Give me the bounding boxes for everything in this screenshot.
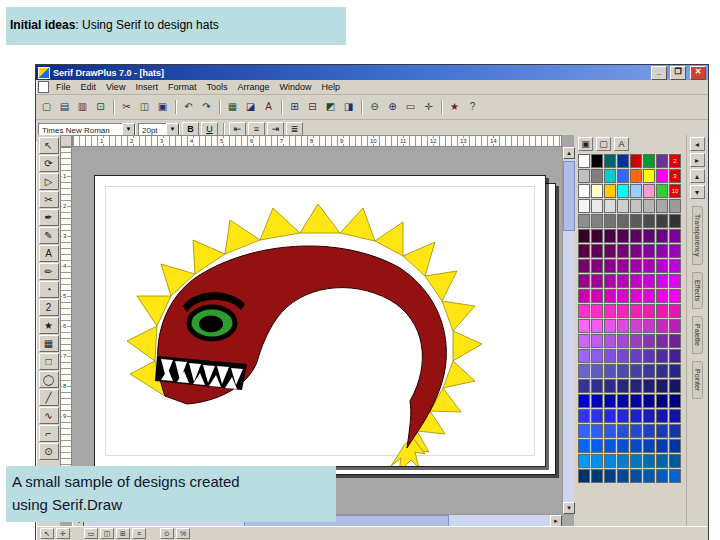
menu-format[interactable]: Format [163,81,202,93]
print-icon[interactable]: ⊡ [92,99,109,115]
color-swatch[interactable] [630,259,642,273]
scroll-down-button[interactable]: ▼ [563,502,575,514]
color-swatch[interactable] [591,454,603,468]
document-page[interactable] [94,175,546,467]
pan-icon[interactable]: ✛ [420,99,437,115]
window-titlebar[interactable]: Serif DrawPlus 7.0 - [hats] _ ❐ ✕ [36,65,708,80]
color-swatch[interactable] [630,439,642,453]
color-swatch[interactable] [656,214,668,228]
color-swatch[interactable] [604,409,616,423]
color-swatch[interactable] [656,469,668,483]
minimize-button[interactable]: _ [651,66,667,80]
color-swatch[interactable] [656,364,668,378]
status-snap-icon[interactable]: ≡ [132,528,146,539]
color-swatch[interactable] [630,199,642,213]
color-swatch[interactable] [617,364,629,378]
color-swatch[interactable] [617,319,629,333]
quickshape-tool[interactable]: 2 [39,299,59,316]
color-swatch[interactable] [591,409,603,423]
color-swatch[interactable] [643,319,655,333]
color-swatch[interactable] [669,244,681,258]
color-swatch[interactable] [578,334,590,348]
color-swatch[interactable] [669,199,681,213]
color-swatch[interactable] [604,439,616,453]
wizard-icon[interactable]: ★ [446,99,463,115]
color-swatch[interactable] [669,394,681,408]
color-swatch[interactable] [617,334,629,348]
color-swatch[interactable] [656,229,668,243]
color-swatch[interactable] [617,304,629,318]
color-swatch[interactable] [591,259,603,273]
color-swatch[interactable] [617,244,629,258]
color-swatch[interactable] [591,244,603,258]
color-swatch[interactable] [578,274,590,288]
color-swatch[interactable] [630,409,642,423]
paste-icon[interactable]: ▣ [154,99,171,115]
color-swatch[interactable] [656,394,668,408]
insert-text-icon[interactable]: A [260,99,277,115]
color-swatch[interactable] [656,304,668,318]
color-swatch[interactable] [669,214,681,228]
color-swatch[interactable] [643,274,655,288]
scroll-up-button[interactable]: ▲ [563,147,575,159]
color-swatch[interactable] [669,379,681,393]
color-swatch[interactable] [604,229,616,243]
vertical-scroll-thumb[interactable] [563,161,575,231]
fill-mode-icon[interactable]: ▣ [578,137,593,151]
color-swatch[interactable] [591,154,603,168]
color-swatch[interactable] [578,439,590,453]
color-swatch[interactable] [604,304,616,318]
color-swatch[interactable] [630,304,642,318]
star-tool[interactable]: ★ [39,317,59,334]
color-swatch[interactable] [643,334,655,348]
color-swatch[interactable] [656,244,668,258]
rect-tool[interactable]: □ [39,353,59,370]
color-swatch[interactable] [578,469,590,483]
color-swatch[interactable] [578,454,590,468]
color-swatch[interactable] [669,259,681,273]
knife-tool[interactable]: ✂ [39,191,59,208]
color-swatch[interactable] [630,349,642,363]
status-percent-icon[interactable]: % [176,528,190,539]
color-swatch[interactable] [656,319,668,333]
studio-tab-palette[interactable]: Palette [692,316,703,354]
color-swatch[interactable] [669,334,681,348]
color-swatch[interactable] [643,199,655,213]
color-swatch[interactable] [669,439,681,453]
color-swatch[interactable] [630,244,642,258]
color-swatch[interactable] [591,439,603,453]
color-swatch[interactable] [630,274,642,288]
color-swatch[interactable] [656,289,668,303]
color-swatch[interactable] [604,274,616,288]
color-swatch[interactable] [591,304,603,318]
color-swatch[interactable]: 2 [669,154,681,168]
color-swatch[interactable] [656,259,668,273]
color-swatch[interactable] [656,379,668,393]
color-swatch[interactable] [656,154,668,168]
vertical-ruler[interactable]: 123456789 [60,147,72,514]
color-swatch[interactable] [604,214,616,228]
horizontal-ruler[interactable]: 1234567891011121314 [72,135,562,147]
color-swatch[interactable] [591,394,603,408]
color-swatch[interactable] [630,319,642,333]
color-swatch[interactable] [604,349,616,363]
color-swatch[interactable] [604,154,616,168]
zoom-in-icon[interactable]: ⊕ [384,99,401,115]
insert-shape-icon[interactable]: ◪ [242,99,259,115]
color-swatch[interactable] [643,304,655,318]
new-icon[interactable]: ▢ [38,99,55,115]
color-swatch[interactable] [591,214,603,228]
insert-picture-icon[interactable]: ▦ [224,99,241,115]
creature-drawing[interactable] [95,176,545,466]
menu-window[interactable]: Window [274,81,316,93]
redo-icon[interactable]: ↷ [198,99,215,115]
color-swatch[interactable] [643,169,655,183]
rotate-tool[interactable]: ⟳ [39,155,59,172]
color-swatch[interactable] [669,364,681,378]
color-swatch[interactable] [656,424,668,438]
color-swatch[interactable] [591,379,603,393]
help-icon[interactable]: ? [464,99,481,115]
connector-tool[interactable]: ⌐ [39,425,59,442]
status-frame-icon[interactable]: ▭ [84,528,98,539]
color-swatch[interactable] [578,169,590,183]
